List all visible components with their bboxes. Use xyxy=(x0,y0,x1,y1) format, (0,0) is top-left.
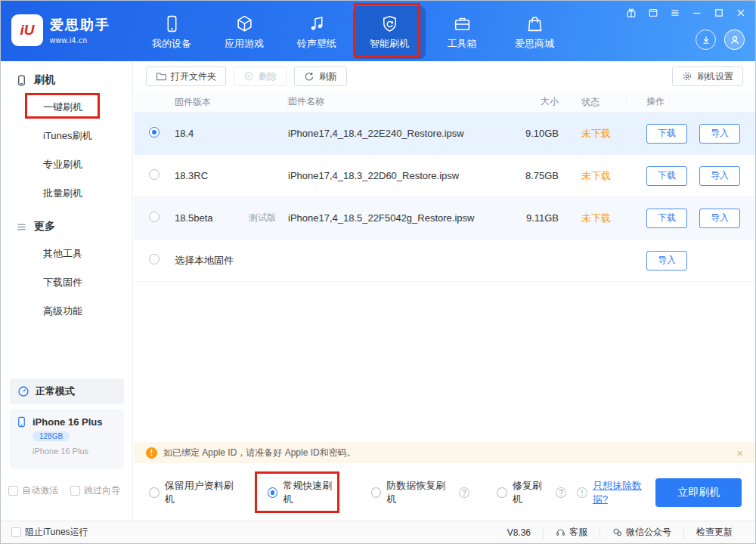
device-card[interactable]: iPhone 16 Plus 128GB iPhone 16 Plus xyxy=(10,409,124,469)
row-radio[interactable] xyxy=(149,254,160,264)
flash-now-button[interactable]: 立即刷机 xyxy=(655,478,742,507)
gift-icon[interactable] xyxy=(626,8,637,18)
sidebar-item-other-tools[interactable]: 其他工具 xyxy=(1,240,132,268)
nav-my-devices[interactable]: 我的设备 xyxy=(135,6,208,59)
menu-icon[interactable] xyxy=(670,8,680,18)
phone-icon xyxy=(16,75,27,86)
firmware-version: 18.5beta xyxy=(175,212,213,224)
app-version: V8.36 xyxy=(495,527,543,538)
skip-setup-checkbox[interactable]: 跳过向导 xyxy=(70,484,120,497)
option-radio[interactable] xyxy=(371,487,382,498)
maximize-icon[interactable] xyxy=(714,8,724,18)
user-icon xyxy=(730,35,740,45)
header-quick-actions xyxy=(696,29,745,50)
main-nav: 我的设备 应用游戏 铃声壁纸 智能刷机 工具箱 爱思商城 xyxy=(135,4,571,61)
button-label: 刷机设置 xyxy=(697,70,733,83)
close-icon[interactable] xyxy=(736,8,746,18)
option-radio[interactable] xyxy=(149,487,160,498)
option-radio-selected[interactable] xyxy=(268,487,278,498)
menu-lines-icon xyxy=(16,221,27,233)
auto-activate-checkbox[interactable]: 自动激活 xyxy=(8,484,58,497)
option-label: 防数据恢复刷机 xyxy=(386,479,454,506)
row-radio[interactable] xyxy=(149,212,160,222)
mode-label: 正常模式 xyxy=(36,385,75,398)
option-label: 保留用户资料刷机 xyxy=(165,479,242,506)
device-model: iPhone 16 Plus xyxy=(33,447,118,456)
checkbox-icon xyxy=(8,486,18,496)
download-action-button[interactable]: 下载 xyxy=(646,209,687,228)
sidebar-item-batch-flash[interactable]: 批量刷机 xyxy=(1,179,132,208)
nav-apps-games[interactable]: 应用游戏 xyxy=(208,6,280,59)
import-action-button[interactable]: 导入 xyxy=(699,124,740,144)
statusbar-right: V8.36 客服 微信公众号 检查更新 xyxy=(495,526,745,539)
flash-options-bar: 保留用户资料刷机 常规快速刷机 防数据恢复刷机 ? 修复刷机 ? ! 只想抹除数… xyxy=(134,463,755,522)
customer-service-link[interactable]: 客服 xyxy=(543,526,600,539)
check-update-link[interactable]: 检查更新 xyxy=(683,526,745,539)
device-mode-badge[interactable]: 正常模式 xyxy=(10,379,124,404)
cube-icon xyxy=(235,14,254,33)
import-action-button[interactable]: 导入 xyxy=(699,166,740,186)
minimize-icon[interactable] xyxy=(692,8,702,18)
wechat-icon xyxy=(612,527,622,537)
import-action-button[interactable]: 导入 xyxy=(646,251,687,270)
table-header: 固件版本 固件名称 大小 状态 操作 xyxy=(134,91,755,113)
option-anti-data-recovery[interactable]: 防数据恢复刷机 ? xyxy=(371,479,469,506)
notice-text: 如已绑定 Apple ID，请准备好 Apple ID和密码。 xyxy=(163,447,356,459)
warning-icon: ! xyxy=(146,447,157,459)
option-radio[interactable] xyxy=(497,487,507,498)
sidebar-item-one-click-flash[interactable]: 一键刷机 xyxy=(1,93,132,122)
info-icon: ! xyxy=(577,487,587,498)
option-repair-flash[interactable]: 修复刷机 ? xyxy=(497,479,566,506)
option-normal-fast-flash[interactable]: 常规快速刷机 xyxy=(268,479,341,506)
skin-icon[interactable] xyxy=(648,8,658,18)
status-bar: 阻止iTunes运行 V8.36 客服 微信公众号 检查更新 xyxy=(1,521,755,543)
device-icon xyxy=(163,14,181,33)
help-icon[interactable]: ? xyxy=(556,487,566,498)
firmware-size: 8.75GB xyxy=(498,170,559,181)
table-row-18-4[interactable]: 18.4 iPhone17,4_18.4_22E240_Restore.ipsw… xyxy=(134,113,755,155)
nav-label: 智能刷机 xyxy=(370,37,409,51)
checkbox-label: 自动激活 xyxy=(22,484,58,497)
open-folder-button[interactable]: 打开文件夹 xyxy=(146,66,226,86)
download-action-button[interactable]: 下载 xyxy=(646,166,687,186)
nav-toolbox[interactable]: 工具箱 xyxy=(426,6,498,59)
notice-close-icon[interactable]: × xyxy=(736,447,743,459)
window-controls xyxy=(626,8,746,18)
firmware-name: iPhone17,4_18.5_22F5042g_Restore.ipsw xyxy=(288,212,498,224)
delete-button[interactable]: 删除 xyxy=(234,66,287,86)
sidebar-item-itunes-flash[interactable]: iTunes刷机 xyxy=(1,122,132,150)
flash-settings-button[interactable]: 刷机设置 xyxy=(672,66,743,86)
help-icon[interactable]: ? xyxy=(459,487,469,498)
device-name: iPhone 16 Plus xyxy=(33,416,102,428)
nav-store[interactable]: 爱思商城 xyxy=(498,6,571,59)
table-row-18-3rc[interactable]: 18.3RC iPhone17,4_18.3_22D60_Restore.ips… xyxy=(134,155,755,197)
table-row-18-5beta[interactable]: 18.5beta 测试版 iPhone17,4_18.5_22F5042g_Re… xyxy=(134,197,755,240)
button-label: 打开文件夹 xyxy=(171,70,216,83)
statusbar-label: 微信公众号 xyxy=(626,526,671,539)
import-action-button[interactable]: 导入 xyxy=(699,209,740,228)
row-radio-selected[interactable] xyxy=(149,127,160,138)
block-itunes-checkbox[interactable]: 阻止iTunes运行 xyxy=(11,526,88,539)
nav-smart-flash[interactable]: 智能刷机 xyxy=(353,6,426,59)
nav-ringtones[interactable]: 铃声壁纸 xyxy=(280,6,353,59)
download-center-button[interactable] xyxy=(696,29,716,50)
erase-data-link[interactable]: 只想抹除数据? xyxy=(593,479,655,506)
wechat-account-link[interactable]: 微信公众号 xyxy=(600,526,683,539)
sidebar-item-pro-flash[interactable]: 专业刷机 xyxy=(1,150,132,179)
user-avatar-button[interactable] xyxy=(724,29,745,50)
row-radio[interactable] xyxy=(149,169,160,180)
firmware-name: iPhone17,4_18.3_22D60_Restore.ipsw xyxy=(288,170,498,181)
status-badge: 未下载 xyxy=(559,169,627,183)
table-row-local-firmware[interactable]: 选择本地固件 导入 xyxy=(134,240,755,282)
section-title: 刷机 xyxy=(34,73,55,87)
download-action-button[interactable]: 下载 xyxy=(646,124,687,144)
device-phone-icon xyxy=(16,416,27,428)
checkbox-label: 阻止iTunes运行 xyxy=(25,526,88,539)
sidebar-item-download-firmware[interactable]: 下载固件 xyxy=(1,268,132,297)
firmware-version: 选择本地固件 xyxy=(175,254,234,267)
refresh-button[interactable]: 刷新 xyxy=(294,66,347,86)
option-keep-user-data[interactable]: 保留用户资料刷机 xyxy=(149,479,242,506)
main-panel: 打开文件夹 删除 刷新 刷机设置 固件版本 固件名称 大小 状态 操作 xyxy=(134,61,755,522)
sidebar-item-advanced[interactable]: 高级功能 xyxy=(1,297,132,326)
erase-data-link-group: ! 只想抹除数据? xyxy=(577,479,655,506)
